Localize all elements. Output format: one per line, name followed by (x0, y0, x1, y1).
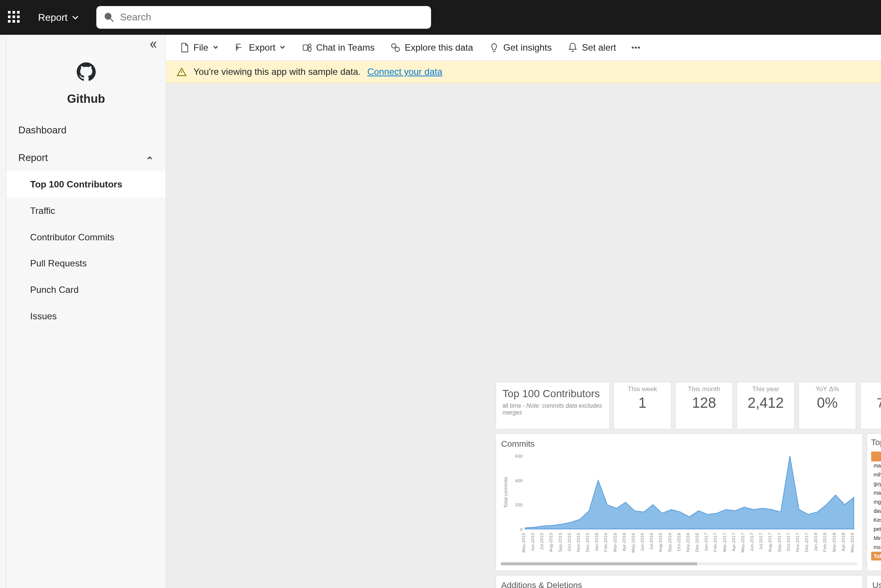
sidebar-sub-contributor-commits[interactable]: Contributor Commits (6, 224, 165, 251)
bell-icon (567, 42, 578, 53)
svg-text:Apr-2016: Apr-2016 (621, 533, 626, 551)
svg-text:Jun-2016: Jun-2016 (640, 533, 645, 552)
lightbulb-icon (489, 42, 499, 53)
kpi-row: Top 100 Contributors all time - Note: co… (496, 382, 881, 429)
svg-point-0 (104, 13, 111, 20)
svg-text:Sep-2015: Sep-2015 (558, 533, 563, 552)
sidebar-sub-pull-requests[interactable]: Pull Requests (6, 250, 165, 277)
chart-scroll[interactable] (501, 562, 857, 566)
svg-rect-6 (303, 45, 308, 50)
svg-text:Apr-2017: Apr-2017 (731, 533, 736, 551)
banner-text: You're viewing this app with sample data… (193, 67, 361, 77)
app-name: Github (6, 92, 165, 106)
left-rail (0, 35, 6, 588)
kpi-yoy[interactable]: YoY Δ%0% (799, 382, 856, 429)
svg-text:Jun-2017: Jun-2017 (750, 533, 754, 551)
kpi-this-month[interactable]: This month128 (675, 382, 733, 429)
report-canvas-area[interactable]: Top 100 Contributors all time - Note: co… (166, 83, 881, 588)
area-dropdown[interactable]: Report (31, 8, 86, 27)
svg-text:Feb-2017: Feb-2017 (713, 533, 718, 552)
users-donut-card[interactable]: Users with > 2.5% of total commits maggi… (867, 575, 881, 588)
refresh-time-card[interactable]: Refresh time7/21/2020 (860, 382, 881, 429)
svg-text:Jul-2015: Jul-2015 (539, 533, 544, 550)
svg-text:Feb-2016: Feb-2016 (603, 533, 608, 552)
svg-text:Dec-2017: Dec-2017 (804, 533, 809, 552)
svg-text:Jul-2016: Jul-2016 (649, 533, 654, 550)
chat-teams-button[interactable]: Chat in Teams (295, 39, 381, 57)
chevron-up-icon (146, 154, 154, 162)
svg-text:Feb-2018: Feb-2018 (822, 533, 827, 552)
explore-icon (390, 42, 401, 53)
file-menu[interactable]: File (173, 39, 226, 57)
svg-text:Nov-2015: Nov-2015 (576, 533, 581, 552)
sample-data-banner: You're viewing this app with sample data… (166, 61, 881, 83)
additions-deletions-card[interactable]: Additions & Deletions Total additions To… (496, 575, 863, 588)
teams-icon (302, 42, 312, 53)
svg-text:May-2015: May-2015 (521, 533, 526, 553)
svg-text:200: 200 (515, 503, 523, 508)
kpi-this-year[interactable]: This year2,412 (737, 382, 794, 429)
sidebar-sub-issues[interactable]: Issues (6, 303, 165, 330)
svg-text:Total commits: Total commits (503, 477, 509, 508)
page-title-card: Top 100 Contributors all time - Note: co… (496, 382, 610, 429)
chevron-double-left-icon (148, 40, 158, 49)
file-icon (179, 42, 190, 53)
svg-point-9 (395, 47, 400, 52)
svg-text:Sep-2017: Sep-2017 (777, 533, 782, 552)
svg-text:Nov-2016: Nov-2016 (685, 533, 690, 552)
sidebar-sub-top-contributors[interactable]: Top 100 Contributors (6, 171, 165, 198)
chevron-down-icon (71, 14, 79, 22)
svg-point-7 (308, 44, 311, 47)
svg-text:Oct-2016: Oct-2016 (676, 533, 681, 551)
connect-data-link[interactable]: Connect your data (367, 67, 442, 77)
contributors-table-card[interactable]: Top 100 Contributors userTotal commitsTo… (867, 433, 881, 571)
svg-text:Mar-2016: Mar-2016 (612, 533, 617, 552)
svg-line-1 (110, 19, 113, 22)
area-label: Report (38, 12, 68, 23)
svg-text:Jun-2015: Jun-2015 (530, 533, 535, 552)
svg-point-11 (635, 47, 636, 48)
svg-text:Oct-2015: Oct-2015 (567, 533, 572, 551)
contributors-table: userTotal commitsTotal additionsTotal de… (871, 452, 881, 561)
chevron-down-icon (212, 44, 219, 51)
svg-text:Mar-2018: Mar-2018 (832, 533, 836, 552)
get-insights-button[interactable]: Get insights (482, 39, 558, 57)
set-alert-button[interactable]: Set alert (561, 39, 623, 57)
collapse-sidebar-button[interactable] (6, 35, 165, 57)
svg-text:Nov-2017: Nov-2017 (795, 533, 800, 552)
app-launcher-icon[interactable] (8, 11, 21, 24)
warning-icon (176, 67, 187, 77)
explore-data-button[interactable]: Explore this data (384, 39, 480, 57)
sidebar-sub-traffic[interactable]: Traffic (6, 198, 165, 224)
github-logo-icon (6, 62, 165, 86)
global-search[interactable] (96, 6, 431, 28)
search-icon (103, 11, 115, 23)
svg-text:May-2018: May-2018 (850, 533, 855, 553)
sidebar-sub-punch-card[interactable]: Punch Card (6, 277, 165, 303)
sidebar-item-dashboard[interactable]: Dashboard (6, 116, 165, 144)
svg-text:Dec-2015: Dec-2015 (585, 533, 590, 552)
svg-text:Apr-2018: Apr-2018 (841, 533, 845, 551)
svg-text:Aug-2017: Aug-2017 (768, 533, 773, 552)
svg-text:Oct-2017: Oct-2017 (786, 533, 791, 551)
svg-text:600: 600 (515, 454, 523, 459)
svg-point-12 (638, 47, 639, 48)
kpi-this-week[interactable]: This week1 (614, 382, 671, 429)
svg-point-8 (392, 44, 396, 48)
svg-text:Jan-2016: Jan-2016 (594, 533, 599, 552)
content: File Export Chat in Teams Explore this d… (166, 35, 881, 588)
search-input[interactable] (120, 11, 425, 23)
sidebar: Github Dashboard Report Top 100 Contribu… (6, 35, 166, 588)
sidebar-item-report[interactable]: Report (6, 144, 165, 172)
svg-point-10 (632, 47, 633, 48)
top-bar: Report Fabric Trial: 59 days left 2 (0, 0, 881, 35)
export-menu[interactable]: Export (228, 39, 292, 57)
commits-area-chart: 0200400600Total commitsMay-2015Jun-2015J… (501, 453, 857, 561)
more-options-button[interactable] (625, 39, 646, 57)
svg-text:Jan-2017: Jan-2017 (704, 533, 709, 551)
commits-chart-card[interactable]: Commits 0200400600Total commitsMay-2015J… (496, 433, 863, 571)
svg-text:Jan-2018: Jan-2018 (813, 533, 818, 552)
svg-text:Aug-2015: Aug-2015 (549, 533, 553, 552)
svg-text:Mar-2017: Mar-2017 (722, 533, 727, 552)
svg-text:Sep-2016: Sep-2016 (667, 533, 672, 552)
